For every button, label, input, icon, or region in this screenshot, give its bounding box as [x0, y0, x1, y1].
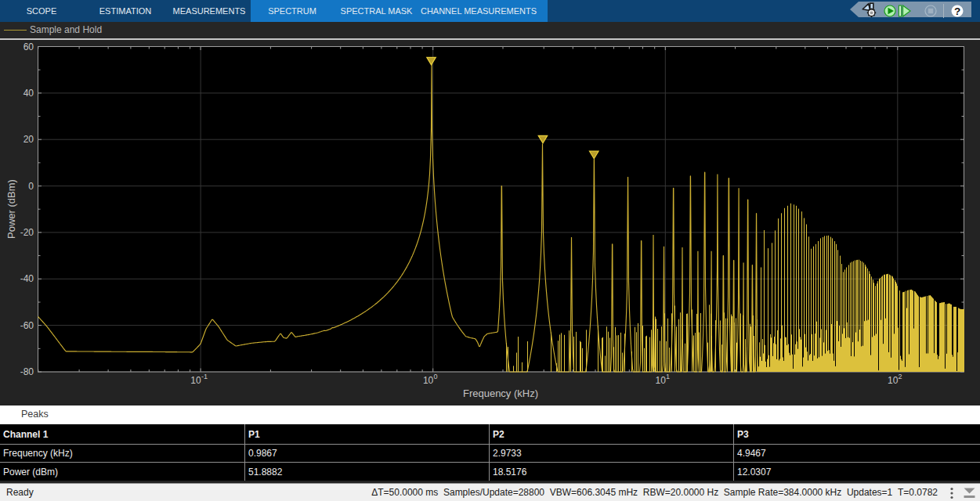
svg-text:10: 10: [190, 375, 201, 386]
svg-text:Power (dBm): Power (dBm): [5, 179, 17, 239]
svg-text:10: 10: [423, 375, 434, 386]
svg-text:10: 10: [888, 375, 899, 386]
svg-text:0: 0: [434, 373, 438, 380]
svg-text:-40: -40: [20, 273, 34, 284]
svg-text:?: ?: [954, 5, 960, 17]
svg-text:10: 10: [656, 375, 667, 386]
svg-text:60: 60: [24, 41, 34, 52]
svg-text:40: 40: [24, 88, 34, 99]
svg-text:2: 2: [899, 373, 902, 380]
svg-text:-60: -60: [20, 320, 34, 331]
svg-text:-20: -20: [20, 227, 34, 238]
svg-text:-80: -80: [20, 366, 34, 377]
svg-text:20: 20: [24, 134, 34, 145]
svg-text:0: 0: [28, 181, 34, 192]
svg-text:-1: -1: [201, 373, 208, 380]
svg-text:Frequency (kHz): Frequency (kHz): [463, 387, 538, 399]
svg-text:1: 1: [666, 373, 670, 380]
